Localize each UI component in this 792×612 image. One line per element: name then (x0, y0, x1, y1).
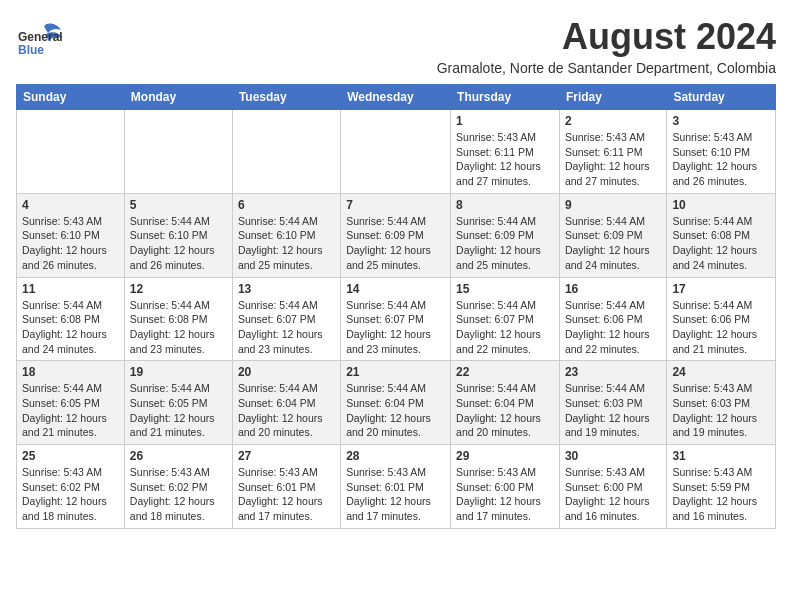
calendar-cell: 16Sunrise: 5:44 AMSunset: 6:06 PMDayligh… (559, 277, 666, 361)
day-number: 10 (672, 198, 770, 212)
calendar-week-row: 11Sunrise: 5:44 AMSunset: 6:08 PMDayligh… (17, 277, 776, 361)
calendar-cell: 2Sunrise: 5:43 AMSunset: 6:11 PMDaylight… (559, 110, 666, 194)
day-info: Sunrise: 5:44 AMSunset: 6:08 PMDaylight:… (130, 298, 227, 357)
calendar-cell: 5Sunrise: 5:44 AMSunset: 6:10 PMDaylight… (124, 193, 232, 277)
calendar-cell (341, 110, 451, 194)
calendar-cell (17, 110, 125, 194)
calendar-cell: 24Sunrise: 5:43 AMSunset: 6:03 PMDayligh… (667, 361, 776, 445)
calendar-cell: 8Sunrise: 5:44 AMSunset: 6:09 PMDaylight… (451, 193, 560, 277)
day-number: 24 (672, 365, 770, 379)
day-number: 7 (346, 198, 445, 212)
day-number: 9 (565, 198, 661, 212)
calendar-header-sunday: Sunday (17, 85, 125, 110)
day-number: 26 (130, 449, 227, 463)
day-number: 17 (672, 282, 770, 296)
calendar-cell: 12Sunrise: 5:44 AMSunset: 6:08 PMDayligh… (124, 277, 232, 361)
calendar-cell: 21Sunrise: 5:44 AMSunset: 6:04 PMDayligh… (341, 361, 451, 445)
day-info: Sunrise: 5:44 AMSunset: 6:08 PMDaylight:… (22, 298, 119, 357)
calendar-header-thursday: Thursday (451, 85, 560, 110)
calendar-cell (124, 110, 232, 194)
calendar-cell: 19Sunrise: 5:44 AMSunset: 6:05 PMDayligh… (124, 361, 232, 445)
calendar-cell: 6Sunrise: 5:44 AMSunset: 6:10 PMDaylight… (232, 193, 340, 277)
calendar-cell: 1Sunrise: 5:43 AMSunset: 6:11 PMDaylight… (451, 110, 560, 194)
day-number: 25 (22, 449, 119, 463)
subtitle: Gramalote, Norte de Santander Department… (437, 60, 776, 76)
calendar-cell: 15Sunrise: 5:44 AMSunset: 6:07 PMDayligh… (451, 277, 560, 361)
calendar-cell: 11Sunrise: 5:44 AMSunset: 6:08 PMDayligh… (17, 277, 125, 361)
day-info: Sunrise: 5:44 AMSunset: 6:04 PMDaylight:… (238, 381, 335, 440)
day-number: 31 (672, 449, 770, 463)
day-info: Sunrise: 5:44 AMSunset: 6:10 PMDaylight:… (238, 214, 335, 273)
day-number: 2 (565, 114, 661, 128)
day-number: 1 (456, 114, 554, 128)
day-number: 20 (238, 365, 335, 379)
calendar-cell: 23Sunrise: 5:44 AMSunset: 6:03 PMDayligh… (559, 361, 666, 445)
calendar-cell: 30Sunrise: 5:43 AMSunset: 6:00 PMDayligh… (559, 445, 666, 529)
day-number: 19 (130, 365, 227, 379)
day-info: Sunrise: 5:43 AMSunset: 6:00 PMDaylight:… (565, 465, 661, 524)
month-title: August 2024 (437, 16, 776, 58)
page-header: General Blue August 2024 Gramalote, Nort… (16, 16, 776, 76)
day-info: Sunrise: 5:43 AMSunset: 5:59 PMDaylight:… (672, 465, 770, 524)
calendar-cell: 28Sunrise: 5:43 AMSunset: 6:01 PMDayligh… (341, 445, 451, 529)
day-info: Sunrise: 5:44 AMSunset: 6:09 PMDaylight:… (565, 214, 661, 273)
calendar-cell: 7Sunrise: 5:44 AMSunset: 6:09 PMDaylight… (341, 193, 451, 277)
calendar-cell: 4Sunrise: 5:43 AMSunset: 6:10 PMDaylight… (17, 193, 125, 277)
calendar-cell: 14Sunrise: 5:44 AMSunset: 6:07 PMDayligh… (341, 277, 451, 361)
day-number: 11 (22, 282, 119, 296)
calendar-week-row: 4Sunrise: 5:43 AMSunset: 6:10 PMDaylight… (17, 193, 776, 277)
day-info: Sunrise: 5:43 AMSunset: 6:10 PMDaylight:… (672, 130, 770, 189)
day-info: Sunrise: 5:43 AMSunset: 6:11 PMDaylight:… (456, 130, 554, 189)
day-info: Sunrise: 5:43 AMSunset: 6:11 PMDaylight:… (565, 130, 661, 189)
day-number: 14 (346, 282, 445, 296)
day-info: Sunrise: 5:44 AMSunset: 6:06 PMDaylight:… (672, 298, 770, 357)
day-info: Sunrise: 5:44 AMSunset: 6:08 PMDaylight:… (672, 214, 770, 273)
day-info: Sunrise: 5:44 AMSunset: 6:04 PMDaylight:… (456, 381, 554, 440)
day-number: 23 (565, 365, 661, 379)
day-number: 29 (456, 449, 554, 463)
day-number: 6 (238, 198, 335, 212)
calendar-cell: 10Sunrise: 5:44 AMSunset: 6:08 PMDayligh… (667, 193, 776, 277)
day-number: 15 (456, 282, 554, 296)
day-info: Sunrise: 5:43 AMSunset: 6:01 PMDaylight:… (238, 465, 335, 524)
day-info: Sunrise: 5:43 AMSunset: 6:00 PMDaylight:… (456, 465, 554, 524)
calendar-cell: 13Sunrise: 5:44 AMSunset: 6:07 PMDayligh… (232, 277, 340, 361)
calendar-week-row: 1Sunrise: 5:43 AMSunset: 6:11 PMDaylight… (17, 110, 776, 194)
day-info: Sunrise: 5:43 AMSunset: 6:10 PMDaylight:… (22, 214, 119, 273)
calendar-week-row: 18Sunrise: 5:44 AMSunset: 6:05 PMDayligh… (17, 361, 776, 445)
day-info: Sunrise: 5:43 AMSunset: 6:01 PMDaylight:… (346, 465, 445, 524)
calendar-cell: 31Sunrise: 5:43 AMSunset: 5:59 PMDayligh… (667, 445, 776, 529)
calendar-header-friday: Friday (559, 85, 666, 110)
day-info: Sunrise: 5:44 AMSunset: 6:05 PMDaylight:… (22, 381, 119, 440)
day-number: 30 (565, 449, 661, 463)
day-number: 12 (130, 282, 227, 296)
day-info: Sunrise: 5:43 AMSunset: 6:03 PMDaylight:… (672, 381, 770, 440)
day-number: 28 (346, 449, 445, 463)
calendar-cell: 25Sunrise: 5:43 AMSunset: 6:02 PMDayligh… (17, 445, 125, 529)
day-number: 22 (456, 365, 554, 379)
calendar-cell: 17Sunrise: 5:44 AMSunset: 6:06 PMDayligh… (667, 277, 776, 361)
calendar-week-row: 25Sunrise: 5:43 AMSunset: 6:02 PMDayligh… (17, 445, 776, 529)
calendar-cell: 26Sunrise: 5:43 AMSunset: 6:02 PMDayligh… (124, 445, 232, 529)
calendar-cell: 22Sunrise: 5:44 AMSunset: 6:04 PMDayligh… (451, 361, 560, 445)
day-number: 8 (456, 198, 554, 212)
calendar-table: SundayMondayTuesdayWednesdayThursdayFrid… (16, 84, 776, 529)
calendar-cell: 18Sunrise: 5:44 AMSunset: 6:05 PMDayligh… (17, 361, 125, 445)
day-info: Sunrise: 5:44 AMSunset: 6:07 PMDaylight:… (346, 298, 445, 357)
day-info: Sunrise: 5:44 AMSunset: 6:04 PMDaylight:… (346, 381, 445, 440)
day-info: Sunrise: 5:44 AMSunset: 6:07 PMDaylight:… (456, 298, 554, 357)
day-info: Sunrise: 5:44 AMSunset: 6:09 PMDaylight:… (346, 214, 445, 273)
calendar-cell: 3Sunrise: 5:43 AMSunset: 6:10 PMDaylight… (667, 110, 776, 194)
logo-icon: General Blue (16, 16, 66, 65)
calendar-header-monday: Monday (124, 85, 232, 110)
logo: General Blue (16, 16, 66, 65)
calendar-cell (232, 110, 340, 194)
calendar-header-tuesday: Tuesday (232, 85, 340, 110)
calendar-cell: 9Sunrise: 5:44 AMSunset: 6:09 PMDaylight… (559, 193, 666, 277)
day-number: 13 (238, 282, 335, 296)
day-number: 16 (565, 282, 661, 296)
day-number: 5 (130, 198, 227, 212)
calendar-header-wednesday: Wednesday (341, 85, 451, 110)
day-info: Sunrise: 5:44 AMSunset: 6:10 PMDaylight:… (130, 214, 227, 273)
svg-text:General: General (18, 30, 63, 44)
